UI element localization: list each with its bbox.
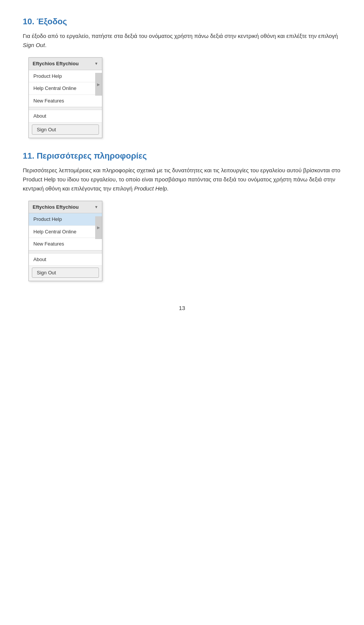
- section-10-body-text2: .: [45, 42, 46, 48]
- section-10-title: 10. Έξοδος: [23, 15, 341, 28]
- section-10-body-text1: Για έξοδο από το εργαλείο, πατήστε στα δ…: [23, 33, 338, 39]
- dropdown-1-separator: [29, 107, 102, 110]
- right-clip-indicator-2: ▶: [95, 216, 102, 239]
- dropdown-2-username: Eftychios Eftychiou: [33, 203, 78, 211]
- dropdown-1-help-central[interactable]: Help Central Online: [29, 82, 102, 95]
- clip-arrow-2: ▶: [97, 225, 100, 230]
- dropdown-2-sign-out-wrapper: Sign Out: [29, 266, 102, 281]
- page-number: 13: [23, 304, 341, 313]
- dropdown-2-separator: [29, 250, 102, 253]
- dropdown-2-new-features[interactable]: New Features: [29, 238, 102, 250]
- dropdown-menu-2: Eftychios Eftychiou ▼ Product Help Help …: [28, 201, 102, 282]
- dropdown-2-about[interactable]: About: [29, 253, 102, 266]
- dropdown-2-header[interactable]: Eftychios Eftychiou ▼: [29, 201, 102, 214]
- section-11-product-help-italic: Product Help: [134, 185, 167, 192]
- dropdown-menu-1: Eftychios Eftychiou ▼ Product Help Help …: [28, 57, 102, 138]
- dropdown-1-about[interactable]: About: [29, 110, 102, 123]
- section-10-sign-out-italic: Sign Out: [23, 42, 45, 48]
- dropdown-2-help-central[interactable]: Help Central Online: [29, 226, 102, 238]
- dropdown-1-product-help[interactable]: Product Help: [29, 70, 102, 83]
- dropdown-2-product-help[interactable]: Product Help: [29, 213, 102, 226]
- dropdown-1-sign-out-button[interactable]: Sign Out: [32, 124, 99, 135]
- section-10-body: Για έξοδο από το εργαλείο, πατήστε στα δ…: [23, 31, 341, 50]
- chevron-down-icon-2: ▼: [94, 204, 98, 210]
- section-11-body-text2: .: [167, 185, 168, 192]
- dropdown-1-sign-out-wrapper: Sign Out: [29, 123, 102, 138]
- section-11-title: 11. Περισσότερες πληροφορίες: [23, 150, 341, 162]
- right-clip-indicator: ▶: [95, 73, 102, 96]
- section-11-body: Περισσότερες λεπτομέρειες και πληροφορίε…: [23, 166, 341, 193]
- dropdown-1-username: Eftychios Eftychiou: [33, 60, 78, 68]
- clip-arrow: ▶: [97, 82, 100, 87]
- dropdown-1-header[interactable]: Eftychios Eftychiou ▼: [29, 58, 102, 70]
- dropdown-2-sign-out-button[interactable]: Sign Out: [32, 268, 99, 278]
- dropdown-1-new-features[interactable]: New Features: [29, 95, 102, 107]
- chevron-down-icon: ▼: [94, 61, 98, 66]
- section-11-body-text1: Περισσότερες λεπτομέρειες και πληροφορίε…: [23, 167, 340, 192]
